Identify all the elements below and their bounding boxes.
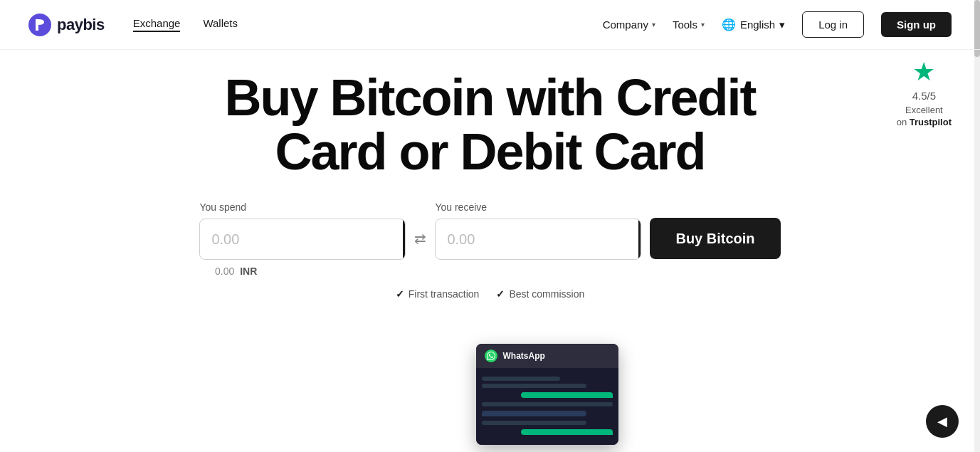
language-selector[interactable]: 🌐 English ▾ <box>722 18 785 31</box>
trustpilot-platform: on Trustpilot <box>897 117 952 127</box>
whatsapp-body <box>476 368 618 445</box>
nav-right: Company ▾ Tools ▾ 🌐 English ▾ Log in Sig… <box>603 11 952 38</box>
navbar: paybis Exchange Wallets Company ▾ Tools … <box>0 0 980 50</box>
receive-amount-input[interactable] <box>436 231 638 248</box>
chat-line-3 <box>482 402 613 406</box>
whatsapp-title: WhatsApp <box>503 351 545 361</box>
nav-links: Exchange Wallets <box>133 17 603 32</box>
svg-point-0 <box>28 14 51 36</box>
trustpilot-star-icon: ★ <box>912 57 935 87</box>
logo[interactable]: paybis <box>28 14 105 36</box>
tools-arrow-icon: ▾ <box>701 21 705 28</box>
globe-icon: 🌐 <box>722 18 736 31</box>
logo-text: paybis <box>57 16 105 34</box>
whatsapp-header: WhatsApp <box>476 344 618 368</box>
spend-label: You spend <box>199 201 406 213</box>
check-icon-1: ✓ <box>396 288 404 300</box>
swap-icon[interactable]: ⇄ <box>414 230 426 247</box>
trustpilot-badge: ★ 4.5/5 Excellent on Trustpilot <box>897 57 952 127</box>
chat-bubble-sent-2 <box>521 429 613 435</box>
rate-amount: 0.00 <box>215 266 234 277</box>
receive-input-box: BTC ▾ Bitcoin <box>435 219 641 260</box>
whatsapp-logo-icon <box>485 349 497 362</box>
nav-exchange[interactable]: Exchange <box>133 17 181 32</box>
chat-line-2 <box>482 384 586 388</box>
feature-first-transaction: ✓ First transaction <box>396 288 480 300</box>
nav-company[interactable]: Company ▾ <box>603 19 655 31</box>
company-arrow-icon: ▾ <box>652 21 655 28</box>
chat-line-1 <box>482 377 560 381</box>
lang-arrow-icon: ▾ <box>779 19 785 31</box>
login-button[interactable]: Log in <box>802 11 864 38</box>
nav-wallets[interactable]: Wallets <box>203 17 238 32</box>
buy-bitcoin-button[interactable]: Buy Bitcoin <box>650 218 780 259</box>
main-content: Buy Bitcoin with Credit Card or Debit Ca… <box>0 50 980 300</box>
signup-button[interactable]: Sign up <box>881 12 952 37</box>
features-row: ✓ First transaction ✓ Best commission <box>396 288 584 300</box>
chat-bubble-received <box>482 411 586 416</box>
rate-display: 0.00 INR <box>215 266 257 277</box>
receive-label: You receive <box>435 201 641 213</box>
spend-currency-selector[interactable]: INR ▾ Credit/Debit Card <box>403 219 406 259</box>
chat-bubble-sent <box>521 392 613 398</box>
spend-amount-input[interactable] <box>200 231 403 248</box>
check-icon-2: ✓ <box>496 288 505 300</box>
whatsapp-popup[interactable]: WhatsApp <box>476 344 618 445</box>
trustpilot-excellent: Excellent <box>905 105 943 115</box>
rate-currency: INR <box>240 266 257 277</box>
feature-best-commission: ✓ Best commission <box>496 288 584 300</box>
exchange-widget: You spend INR ▾ Credit/Debit Card ⇄ You … <box>199 201 780 260</box>
chat-line-4 <box>482 421 586 425</box>
hero-title: Buy Bitcoin with Credit Card or Debit Ca… <box>225 71 756 179</box>
receive-group: You receive BTC ▾ Bitcoin <box>435 201 641 260</box>
scroll-left-button[interactable]: ◀ <box>926 405 959 438</box>
trustpilot-rating: 4.5/5 <box>912 88 936 103</box>
nav-tools[interactable]: Tools ▾ <box>673 19 705 31</box>
logo-icon <box>28 14 51 36</box>
spend-group: You spend INR ▾ Credit/Debit Card <box>199 201 406 260</box>
receive-currency-selector[interactable]: BTC ▾ Bitcoin <box>638 219 641 259</box>
spend-input-box: INR ▾ Credit/Debit Card <box>199 219 406 260</box>
scrollbar[interactable] <box>974 0 980 452</box>
